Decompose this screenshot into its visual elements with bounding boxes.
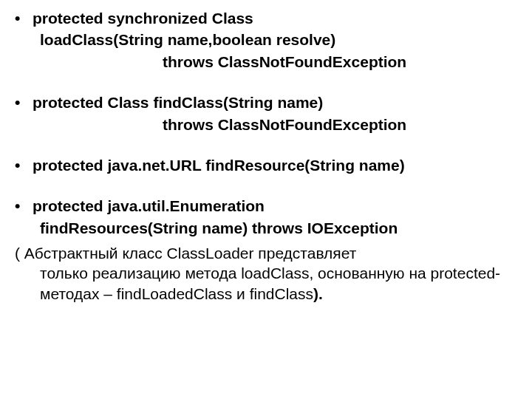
list-item: • protected Class findClass(String name)… (15, 92, 517, 135)
paragraph-end: ). (313, 285, 323, 302)
paragraph: ( Абстрактный класс ClassLoader представ… (15, 243, 517, 304)
paragraph-line: только реализацию метода loadClass, осно… (40, 265, 500, 301)
bullet-icon: • (15, 195, 33, 216)
list-item: • protected synchronized Class loadClass… (15, 7, 517, 72)
method-line: findResources(String name) throws IOExce… (15, 217, 517, 239)
method-line: loadClass(String name,boolean resolve) (15, 29, 517, 50)
method-line: protected Class findClass(String name) (33, 92, 517, 113)
method-line: protected java.net.URL findResource(Stri… (33, 154, 517, 176)
method-line: throws ClassNotFoundException (15, 114, 517, 135)
method-line: throws ClassNotFoundException (15, 51, 517, 72)
bullet-icon: • (15, 92, 33, 113)
bullet-icon: • (15, 154, 33, 176)
paragraph-line: ( Абстрактный класс ClassLoader представ… (15, 243, 517, 263)
bullet-icon: • (15, 7, 33, 29)
method-line: protected synchronized Class (33, 7, 517, 29)
method-line: protected java.util.Enumeration (33, 195, 517, 216)
list-item: • protected java.util.Enumeration findRe… (15, 195, 517, 239)
list-item: • protected java.net.URL findResource(St… (15, 154, 517, 176)
